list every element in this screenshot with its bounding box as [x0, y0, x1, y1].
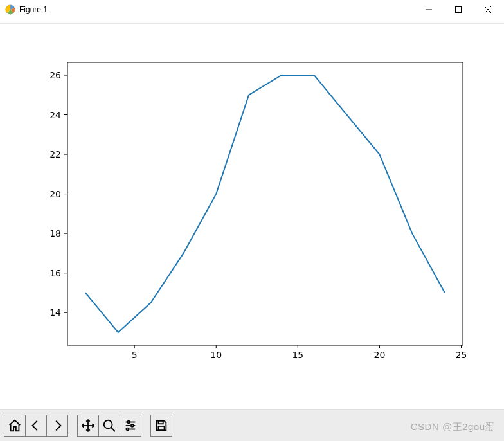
pan-button[interactable] [77, 415, 99, 437]
close-button[interactable] [473, 0, 503, 19]
svg-text:15: 15 [292, 350, 303, 360]
svg-line-33 [111, 427, 115, 431]
back-button[interactable] [25, 415, 47, 437]
svg-text:14: 14 [50, 307, 61, 318]
svg-point-32 [104, 420, 113, 428]
svg-text:16: 16 [50, 268, 61, 278]
svg-rect-2 [456, 7, 462, 13]
svg-point-39 [127, 428, 129, 430]
svg-text:24: 24 [50, 110, 61, 120]
line-chart: 51015202514161820222426 [0, 24, 504, 384]
matplotlib-icon [5, 4, 15, 15]
save-button[interactable] [150, 415, 172, 437]
configure-button[interactable] [120, 415, 141, 437]
matplotlib-toolbar: CSDN @王2gou蛋 [0, 409, 504, 441]
svg-text:10: 10 [210, 350, 222, 360]
watermark: CSDN @王2gou蛋 [411, 421, 495, 433]
svg-text:22: 22 [50, 149, 61, 159]
svg-text:25: 25 [456, 350, 467, 360]
svg-text:26: 26 [50, 70, 61, 80]
svg-rect-5 [68, 62, 463, 345]
svg-rect-41 [158, 426, 164, 429]
window-title: Figure 1 [19, 5, 48, 14]
plot-area: 51015202514161820222426 [0, 24, 504, 384]
svg-rect-40 [158, 420, 163, 424]
titlebar: Figure 1 [0, 0, 504, 19]
forward-button[interactable] [46, 415, 68, 437]
svg-text:20: 20 [50, 189, 61, 199]
svg-point-38 [131, 424, 134, 427]
zoom-button[interactable] [98, 415, 120, 437]
home-button[interactable] [4, 415, 26, 437]
svg-text:5: 5 [132, 350, 138, 360]
minimize-button[interactable] [414, 0, 444, 19]
svg-text:18: 18 [50, 228, 61, 239]
svg-point-37 [127, 420, 130, 423]
maximize-button[interactable] [444, 0, 473, 19]
svg-text:20: 20 [374, 350, 385, 360]
